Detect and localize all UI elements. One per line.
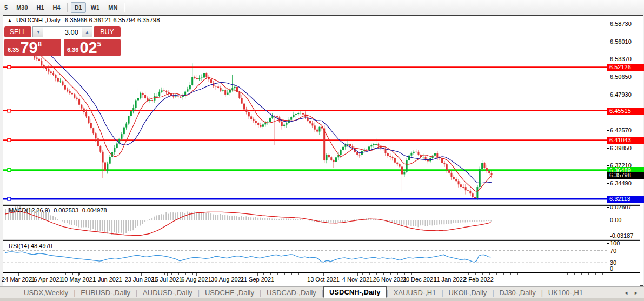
volume-decrease-button[interactable]: ▼ [33, 27, 43, 37]
timeframe-button-w1[interactable]: W1 [87, 2, 104, 13]
tab-eurusd-daily[interactable]: EURUSD-,Daily [75, 287, 136, 298]
date-label: 2 Feb 2022 [463, 276, 494, 283]
tab-scroll-right-icon[interactable]: ► [634, 290, 639, 296]
one-click-trade-panel: SELL ▼ ▲ BUY 6.35 79 8 6.36 02 5 [4, 25, 121, 56]
date-minor-tick [320, 273, 320, 275]
volume-input[interactable] [43, 27, 82, 37]
level-line-handle[interactable] [8, 109, 11, 112]
date-minor-tick [313, 273, 313, 275]
date-minor-tick [136, 273, 136, 275]
date-minor-tick [355, 273, 355, 275]
tab-usdx-weekly[interactable]: USDX,Weekly [18, 287, 74, 298]
date-minor-tick [200, 273, 200, 275]
date-minor-tick [411, 273, 412, 275]
date-label: 15 Jul 2021 [152, 276, 183, 283]
sell-price-pip: 8 [38, 40, 42, 48]
date-minor-tick [291, 273, 292, 275]
timeframe-button-h1[interactable]: H1 [33, 2, 48, 13]
date-minor-tick [94, 273, 94, 275]
date-minor-tick [192, 273, 193, 275]
sell-price-tile[interactable]: 6.35 79 8 [4, 39, 61, 56]
price-axis-divider [607, 16, 607, 272]
date-minor-tick [30, 273, 30, 275]
date-minor-tick [440, 273, 440, 275]
macd-tick-label: -0.03187 [610, 232, 633, 239]
chart-tabs-bar: USDX,Weekly|EURUSD-,Daily|AUDUSD-,Daily|… [0, 286, 644, 298]
price-tick-label: 6.58730 [610, 21, 632, 27]
date-minor-tick [447, 273, 447, 275]
rsi-label: RSI(14) 48.4970 [9, 243, 52, 249]
level-line-handle[interactable] [8, 65, 11, 69]
timeframe-button-mn[interactable]: MN [104, 2, 121, 13]
level-line-handle[interactable] [8, 169, 11, 172]
date-minor-tick [164, 273, 165, 275]
tab-usdchf-daily[interactable]: USDCHF-,Daily [200, 287, 260, 298]
price-level-badge: 6.32113 [607, 196, 644, 203]
chart-ohlc-values: 6.35966 6.36121 6.35794 6.35798 [65, 17, 160, 23]
timeframe-toolbar: 5M30H1H4D1W1MN [0, 0, 644, 15]
tab-dj30-daily[interactable]: DJ30-,Daily [494, 287, 541, 298]
chart-title-bar: ▲ USDCNH-,Daily 6.35966 6.36121 6.35794 … [8, 17, 160, 23]
date-label: 21 Sep 2021 [241, 276, 274, 283]
date-minor-tick [475, 273, 476, 275]
level-line-handle[interactable] [8, 197, 11, 200]
toolbar-separator [67, 3, 68, 12]
buy-button[interactable]: BUY [94, 26, 121, 37]
date-minor-tick [129, 273, 129, 275]
timeframe-button-m30[interactable]: M30 [12, 2, 31, 13]
tab-usdcnh-daily[interactable]: USDCNH-,Daily [323, 286, 387, 298]
date-minor-tick [87, 273, 87, 275]
date-minor-tick [277, 273, 278, 275]
date-minor-tick [510, 273, 511, 275]
timeframe-button-5[interactable]: 5 [1, 2, 11, 13]
tab-xauusd-h1[interactable]: XAUUSD-,H1 [388, 287, 442, 298]
timeframe-button-h4[interactable]: H4 [49, 2, 64, 13]
date-minor-tick [560, 273, 560, 275]
date-minor-tick [525, 273, 525, 275]
date-label: 10 May 2021 [61, 276, 96, 283]
date-minor-tick [256, 273, 256, 275]
date-minor-tick [242, 273, 242, 275]
panel-divider[interactable] [3, 239, 640, 241]
date-minor-tick [574, 273, 575, 275]
volume-increase-button[interactable]: ▲ [82, 27, 92, 37]
price-tick-label: 6.47930 [610, 91, 632, 98]
sell-button[interactable]: SELL [4, 26, 31, 37]
date-minor-tick [433, 273, 433, 275]
date-minor-tick [397, 273, 398, 275]
rsi-tick-label: 70 [610, 248, 616, 254]
rsi-tick-label: 0 [610, 265, 613, 272]
date-minor-tick [9, 273, 9, 275]
macd-label: MACD(12,26,9) -0.002503 -0.004978 [9, 207, 107, 213]
date-minor-tick [517, 273, 518, 275]
tab-ukoil-daily[interactable]: UKOil-,Daily [443, 287, 493, 298]
tab-uk100-h1[interactable]: UK100-,H1 [543, 287, 588, 298]
date-minor-tick [496, 273, 497, 275]
date-minor-tick [454, 273, 454, 275]
date-label: 26 Nov 2021 [373, 276, 407, 283]
buy-price-tile[interactable]: 6.36 02 5 [64, 39, 121, 56]
date-label: 16 Apr 2021 [30, 276, 62, 283]
price-level-badge: 6.45515 [607, 108, 644, 115]
date-minor-tick [468, 273, 469, 275]
panel-divider[interactable] [3, 204, 640, 206]
date-minor-tick [546, 273, 546, 275]
date-minor-tick [16, 273, 16, 275]
date-minor-tick [461, 273, 461, 275]
level-line-handle[interactable] [8, 138, 11, 142]
tab-audusd-daily[interactable]: AUDUSD-,Daily [137, 287, 198, 298]
date-minor-tick [72, 273, 73, 275]
date-label: 11 Jan 2022 [434, 276, 466, 283]
date-minor-tick [348, 273, 348, 275]
date-minor-tick [221, 273, 221, 275]
date-minor-tick [65, 273, 66, 275]
date-minor-tick [270, 273, 271, 275]
collapse-chart-icon[interactable]: ▲ [8, 18, 12, 23]
price-tick-label: 6.50650 [610, 73, 632, 80]
tab-usdcad-daily[interactable]: USDCAD-,Daily [261, 287, 322, 298]
date-minor-tick [334, 273, 334, 275]
date-minor-tick [284, 273, 285, 275]
timeframe-button-d1[interactable]: D1 [71, 2, 86, 13]
tab-scroll-left-icon[interactable]: ◄ [623, 290, 628, 296]
date-minor-tick [171, 273, 172, 275]
